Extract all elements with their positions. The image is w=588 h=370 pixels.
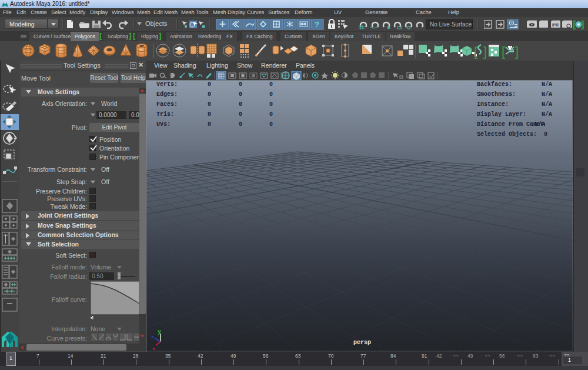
svg-text:[: [ — [474, 44, 477, 59]
svg-text:y: y — [158, 329, 161, 335]
svg-text:]: ] — [515, 44, 519, 59]
svg-text:]: ] — [483, 44, 487, 59]
svg-text:x: x — [152, 346, 155, 351]
svg-text:z: z — [151, 334, 154, 339]
svg-text:?: ? — [315, 20, 319, 29]
svg-text:IPR: IPR — [552, 23, 559, 27]
svg-text:[: [ — [502, 44, 505, 59]
